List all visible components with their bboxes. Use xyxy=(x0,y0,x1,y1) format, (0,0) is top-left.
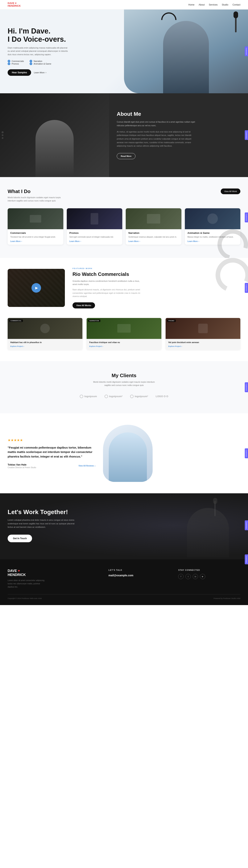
testimonial-quote: "Feugiat mi commodo pellentesque dapibus… xyxy=(8,445,95,459)
explore-label-2: Explore Project xyxy=(89,345,102,347)
clients-logos: logoipsum logoipsum² logoipsum³ LOGO O O xyxy=(8,395,240,398)
logo-line1: DAVE xyxy=(8,2,14,5)
hero-image xyxy=(124,9,248,93)
client-logo-2: logoipsum² xyxy=(105,395,122,398)
footer-powered-by: Powered by Positioner Studio Artist xyxy=(214,597,240,599)
featured-video-thumb[interactable]: ▶ xyxy=(8,269,65,307)
get-in-touch-button[interactable]: Get In Touch xyxy=(8,535,32,542)
hero-heading-line1: Hi. I'm Dave. xyxy=(8,27,50,35)
headphone-decoration xyxy=(161,12,176,20)
portfolio-tag-label-3: PROMO xyxy=(168,320,174,321)
featured-section: ▶ FEATURED WORK Rio Watch Commercials Gr… xyxy=(0,258,248,318)
view-reviews-label: View All Reviews xyxy=(78,465,94,467)
social-sidebar-icons xyxy=(2,131,3,138)
learn-more-button[interactable]: Learn More › xyxy=(34,71,46,74)
customize-what-button[interactable]: Customize xyxy=(245,213,248,222)
portfolio-img-2: NARRATION xyxy=(87,318,161,339)
social-instagram[interactable]: in xyxy=(193,574,198,579)
social-twitter[interactable]: t xyxy=(186,574,191,579)
about-person-shape xyxy=(35,120,74,177)
arrow-icon-1: › xyxy=(21,240,22,242)
learn-more-1[interactable]: Learn More › xyxy=(10,240,61,242)
footer-bottom: Copyright © 2024 Positioner Hello-over A… xyxy=(8,594,240,599)
footer-contact: LET'S TALK mail@example.com xyxy=(109,569,171,589)
explore-label-3: Explore Project xyxy=(168,345,181,347)
author-info: Tobias Van Hale Creative Director at Pre… xyxy=(8,463,36,469)
customize-testimonial-button[interactable]: Customize xyxy=(245,448,248,458)
play-button[interactable]: ▶ xyxy=(31,283,41,292)
hear-samples-button[interactable]: Hear Samples xyxy=(8,69,31,76)
service-card-narration: Narration Scelerisque vivamus aliquam, v… xyxy=(126,208,182,245)
read-more-button[interactable]: Read More xyxy=(117,153,135,159)
img-placeholder3 xyxy=(147,214,160,223)
footer-logo-line2: HENDRICK xyxy=(8,573,26,577)
nav-services[interactable]: Services xyxy=(209,3,218,6)
logo-icon-1 xyxy=(80,395,83,398)
learn-more-3[interactable]: Learn More › xyxy=(129,240,179,242)
hero-buttons: Hear Samples Learn More › xyxy=(8,69,69,76)
service-card-promos: Promos Sed eget commodo ipsum id integer… xyxy=(67,208,122,245)
customize-about-button[interactable]: Customize xyxy=(245,130,248,140)
logo-text-4: LOGO O O xyxy=(156,395,168,398)
explore-arrow-2: › xyxy=(103,345,103,347)
nav-about[interactable]: About xyxy=(199,3,204,6)
customize-clients-button[interactable]: Customize xyxy=(245,382,248,392)
social-facebook[interactable]: f xyxy=(178,574,184,579)
footer-email[interactable]: mail@example.com xyxy=(109,574,171,577)
service-img-overlay4 xyxy=(185,208,241,229)
view-reviews-button[interactable]: View All Reviews › xyxy=(78,465,95,467)
nav-home[interactable]: Home xyxy=(188,3,194,6)
img-placeholder4 xyxy=(208,213,218,224)
feature-narration: Narration xyxy=(30,60,51,62)
explore-btn-1[interactable]: Explore Project › xyxy=(10,345,80,347)
feature-check-icon xyxy=(8,60,10,62)
img-placeholder2 xyxy=(91,213,98,224)
about-heading: About Me xyxy=(117,111,239,117)
portfolio-title-2: Faucibus tristique sed vitae eu xyxy=(89,341,159,343)
logo-icon-2 xyxy=(105,395,108,398)
featured-tag: FEATURED WORK xyxy=(73,268,240,270)
explore-btn-3[interactable]: Explore Project › xyxy=(168,345,238,347)
portfolio-item-2: NARRATION Faucibus tristique sed vitae e… xyxy=(87,318,161,350)
testimonial-content: ★★★★★ "Feugiat mi commodo pellentesque d… xyxy=(8,438,95,469)
logo-icon-3 xyxy=(130,395,134,398)
footer-desc: Lorem dolor sit amet consectetur adipisc… xyxy=(8,579,46,589)
customize-featured-button[interactable]: Customize xyxy=(245,283,248,293)
about-text: About Me Cursus blandit eget duis proin … xyxy=(109,93,248,177)
service-desc-1: Tincidunt hac elit at amet in urna integ… xyxy=(10,236,61,238)
logo-text-3: logoipsum³ xyxy=(135,395,148,398)
arrow-icon-3: › xyxy=(139,240,140,242)
feature-check-icon4 xyxy=(30,62,32,65)
explore-btn-2[interactable]: Explore Project › xyxy=(89,345,159,347)
service-desc-3: Scelerisque vivamus aliquam, vulputate n… xyxy=(129,236,179,238)
testimonial-stars: ★★★★★ xyxy=(8,438,95,442)
logo[interactable]: DAVE ♥ HENDRICK xyxy=(8,2,21,7)
logo-text-2: logoipsum² xyxy=(109,395,122,398)
cta-description: Lorem volutpat pharetra erat dolor mauri… xyxy=(8,518,76,529)
social-youtube[interactable]: ▶ xyxy=(200,574,205,579)
cta-content: Let's Work Together! Lorem volutpat phar… xyxy=(8,508,91,542)
learn-more-4[interactable]: Learn More › xyxy=(188,240,238,242)
customize-cta-bottom-button[interactable]: Customize xyxy=(245,554,248,564)
youtube-icon: ▶ xyxy=(202,576,203,578)
what-subtitle: Morbi lobortis inuchi dignissim sodales … xyxy=(8,196,61,203)
logo-line2: HENDRICK xyxy=(8,4,21,7)
learn-more-label: Learn More xyxy=(34,71,45,74)
featured-inner: ▶ FEATURED WORK Rio Watch Commercials Gr… xyxy=(8,268,240,308)
nav-studio[interactable]: Studio xyxy=(222,3,228,6)
portfolio-grid: COMMERCIAL Habitant hac elit in phasellu… xyxy=(8,318,240,350)
service-img-overlay1 xyxy=(8,208,63,229)
view-all-work-button[interactable]: View All Work xyxy=(221,188,240,194)
service-card-body3: Narration Scelerisque vivamus aliquam, v… xyxy=(126,229,182,245)
portfolio-img-1: COMMERCIAL xyxy=(8,318,82,339)
customize-cta-button[interactable]: Customize xyxy=(245,521,248,530)
client-logo-1: logoipsum xyxy=(80,395,97,398)
view-all-works-button[interactable]: View All Works xyxy=(73,302,95,308)
customize-hero-button[interactable]: Customize xyxy=(245,46,248,56)
learn-more-2[interactable]: Learn More › xyxy=(70,240,120,242)
logo-heart: ♥ xyxy=(15,2,17,5)
portfolio-body-3: Vel poin tincidunt enim aenean Explore P… xyxy=(166,339,240,350)
person-silhouette xyxy=(163,21,209,93)
nav-contact[interactable]: Contact xyxy=(232,3,240,6)
portfolio-img-content3 xyxy=(166,318,240,339)
